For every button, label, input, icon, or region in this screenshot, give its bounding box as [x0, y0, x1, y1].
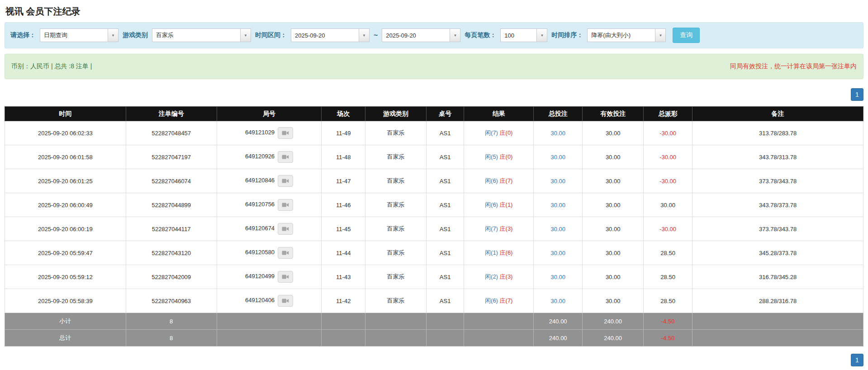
date-from-select[interactable]: ▼ — [291, 28, 370, 42]
game-type-label: 游戏类别 — [123, 31, 148, 39]
payout-value: 28.50 — [660, 250, 675, 256]
date-to-select[interactable]: ▼ — [382, 28, 460, 42]
round-id-cell: 649120926 — [217, 145, 322, 169]
payout-cell: -30.00 — [644, 121, 693, 145]
player-result: 闲(5) — [485, 153, 498, 160]
bet-id-cell: 522827044117 — [126, 217, 217, 241]
page-button-1[interactable]: 1 — [851, 88, 863, 101]
total-bet-link[interactable]: 30.00 — [550, 226, 565, 232]
summary-row: 总计8240.00240.00-4.50 — [5, 330, 863, 346]
total-bet-cell: 30.00 — [534, 121, 583, 145]
search-button[interactable]: 查询 — [673, 28, 700, 43]
query-type-input[interactable] — [40, 28, 108, 42]
payout-cell: 28.50 — [644, 265, 693, 289]
video-camera-icon[interactable] — [278, 175, 293, 187]
total-bet-link[interactable]: 30.00 — [550, 274, 565, 280]
time-cell: 2025-09-20 05:59:12 — [5, 265, 126, 289]
banker-result: 庄(1) — [500, 201, 513, 208]
column-header: 游戏类别 — [365, 107, 427, 121]
player-result: 闲(7) — [485, 225, 498, 232]
date-to-input[interactable] — [382, 28, 450, 42]
column-header: 有效投注 — [583, 107, 644, 121]
round-id-cell: 649120499 — [217, 265, 322, 289]
time-cell: 2025-09-20 05:59:47 — [5, 241, 126, 265]
page-button-1[interactable]: 1 — [851, 354, 863, 366]
summary-cell — [426, 330, 464, 346]
video-camera-icon[interactable] — [278, 247, 293, 259]
payout-cell: 28.50 — [644, 241, 693, 265]
table-no-cell: AS1 — [426, 121, 464, 145]
total-bet-link[interactable]: 30.00 — [550, 154, 565, 161]
video-camera-icon[interactable] — [278, 295, 293, 307]
game-type-cell: 百家乐 — [365, 241, 427, 265]
column-header: 总投注 — [534, 107, 583, 121]
round-number: 649120926 — [245, 153, 275, 160]
query-type-select[interactable]: ▼ — [40, 28, 119, 42]
payout-value: -30.00 — [659, 154, 676, 161]
payout-value: -30.00 — [659, 226, 676, 232]
video-camera-icon[interactable] — [278, 223, 293, 235]
note-cell: 313.78/283.78 — [693, 121, 863, 145]
game-type-select[interactable]: ▼ — [152, 28, 251, 42]
round-number: 649120756 — [245, 201, 275, 208]
page-size-input[interactable] — [500, 28, 536, 42]
round-id-cell: 649121029 — [217, 121, 322, 145]
summary-label-cell: 小计 — [5, 313, 126, 330]
video-camera-icon[interactable] — [278, 151, 293, 163]
game-type-cell: 百家乐 — [365, 169, 427, 193]
table-no-cell: AS1 — [426, 169, 464, 193]
time-cell: 2025-09-20 05:58:39 — [5, 289, 126, 313]
session-cell: 11-48 — [322, 145, 365, 169]
table-no-cell: AS1 — [426, 217, 464, 241]
total-bet-link[interactable]: 30.00 — [550, 130, 565, 137]
column-header: 备注 — [693, 107, 863, 121]
payout-value: -30.00 — [659, 130, 676, 137]
valid-bet-cell: 30.00 — [583, 193, 644, 217]
summary-cell: 8 — [126, 330, 217, 346]
summary-cell: -4.50 — [644, 313, 693, 330]
note-cell: 345.28/373.78 — [693, 241, 863, 265]
chevron-down-icon[interactable]: ▼ — [450, 28, 460, 42]
page-size-select[interactable]: ▼ — [500, 28, 547, 42]
video-camera-icon[interactable] — [278, 127, 293, 139]
banker-result: 庄(3) — [500, 225, 513, 232]
chevron-down-icon[interactable]: ▼ — [655, 28, 666, 42]
chevron-down-icon[interactable]: ▼ — [108, 28, 119, 42]
summary-cell: 240.00 — [583, 330, 644, 346]
column-header: 结果 — [464, 107, 534, 121]
valid-bet-cell: 30.00 — [583, 169, 644, 193]
summary-row: 小计8240.00240.00-4.50 — [5, 313, 863, 330]
summary-cell: 240.00 — [534, 313, 583, 330]
total-bet-link[interactable]: 30.00 — [550, 202, 565, 209]
summary-cell: 240.00 — [534, 330, 583, 346]
date-from-input[interactable] — [291, 28, 359, 42]
chevron-down-icon[interactable]: ▼ — [536, 28, 547, 42]
player-result: 闲(6) — [485, 201, 498, 208]
banker-result: 庄(7) — [500, 177, 513, 184]
total-bet-link[interactable]: 30.00 — [550, 250, 565, 256]
time-cell: 2025-09-20 06:00:49 — [5, 193, 126, 217]
valid-bet-cell: 30.00 — [583, 121, 644, 145]
game-type-input[interactable] — [152, 28, 240, 42]
table-header-row: 时间注单编号局号场次游戏类别桌号结果总投注有效投注总派彩备注 — [5, 107, 863, 121]
chevron-down-icon[interactable]: ▼ — [359, 28, 370, 42]
column-header: 局号 — [217, 107, 322, 121]
round-number: 649120406 — [245, 297, 275, 304]
banker-result: 庄(6) — [500, 249, 513, 256]
chevron-down-icon[interactable]: ▼ — [240, 28, 251, 42]
table-body: 2025-09-20 06:02:33522827048457649121029… — [5, 121, 863, 313]
summary-cell: 8 — [126, 313, 217, 330]
total-bet-link[interactable]: 30.00 — [550, 298, 565, 304]
bet-id-cell: 522827042009 — [126, 265, 217, 289]
round-number: 649120499 — [245, 273, 275, 280]
total-bet-link[interactable]: 30.00 — [550, 178, 565, 185]
round-id-cell: 649120406 — [217, 289, 322, 313]
sort-order-input[interactable] — [587, 28, 655, 42]
summary-cell — [693, 330, 863, 346]
time-range-label: 时间区间： — [255, 31, 287, 39]
video-camera-icon[interactable] — [278, 271, 293, 283]
video-camera-icon[interactable] — [278, 199, 293, 211]
note-cell: 316.78/345.28 — [693, 265, 863, 289]
sort-order-select[interactable]: ▼ — [587, 28, 666, 42]
time-cell: 2025-09-20 06:01:58 — [5, 145, 126, 169]
